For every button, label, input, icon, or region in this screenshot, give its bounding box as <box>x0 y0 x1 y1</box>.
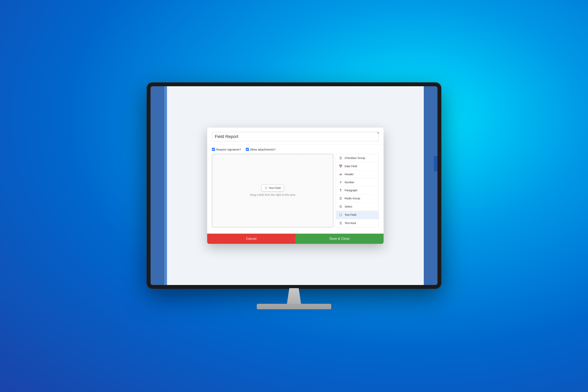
allow-attachments-input[interactable] <box>246 148 249 151</box>
field-item-checkbox-group[interactable]: ☰ Checkbox Group <box>336 154 379 162</box>
number-label: Number <box>344 181 354 184</box>
content-area: ☐ Text Field Drag a field from the right… <box>212 154 379 227</box>
field-list-panel: ☰ Checkbox Group 📅 Date Field H Header <box>336 154 379 227</box>
checkbox-group-icon: ☰ <box>339 156 342 160</box>
text-field-label: Text Field <box>344 213 356 216</box>
field-item-date-field[interactable]: 📅 Date Field <box>336 162 379 170</box>
select-label: Select <box>344 205 352 208</box>
save-close-button[interactable]: Save & Close <box>295 234 384 244</box>
monitor-stand-neck <box>282 288 306 304</box>
field-item-text-field[interactable]: ☐ Text Field <box>336 211 379 219</box>
date-field-icon: 📅 <box>339 164 342 168</box>
monitor-stand-base <box>257 304 331 309</box>
allow-attachments-label: Allow attachments? <box>250 148 276 151</box>
form-title-input[interactable] <box>212 132 379 141</box>
checkbox-group-label: Checkbox Group <box>344 156 365 160</box>
cancel-button[interactable]: Cancel <box>207 234 295 244</box>
field-item-select[interactable]: ☰ Select <box>336 203 379 211</box>
field-item-text-area[interactable]: ☰ Text Area <box>336 219 379 227</box>
paragraph-icon: ¶ <box>339 188 342 192</box>
modal-footer: Cancel Save & Close <box>207 234 384 244</box>
field-item-number[interactable]: # Number <box>336 178 379 186</box>
text-area-icon: ☰ <box>339 221 342 225</box>
require-signature-label: Require signature? <box>216 148 241 151</box>
monitor: × Require signature? <box>147 83 441 288</box>
text-field-tag-icon: ☐ <box>265 186 267 190</box>
screen-main: × Require signature? <box>167 86 424 285</box>
close-icon: × <box>377 131 379 135</box>
date-field-label: Date Field <box>344 165 357 168</box>
allow-attachments-checkbox[interactable]: Allow attachments? <box>246 148 276 151</box>
text-area-label: Text Area <box>344 222 356 224</box>
sidebar-left <box>150 86 164 285</box>
number-icon: # <box>339 180 342 184</box>
require-signature-input[interactable] <box>212 148 215 151</box>
select-icon: ☰ <box>339 205 342 208</box>
sidebar-right-accent <box>434 156 438 172</box>
drag-hint-text: Drag a field from the right to this area <box>250 193 295 196</box>
paragraph-label: Paragraph <box>344 189 357 192</box>
field-item-paragraph[interactable]: ¶ Paragraph <box>336 186 379 194</box>
field-item-header[interactable]: H Header <box>336 170 379 178</box>
sidebar-accent-left <box>164 86 167 285</box>
modal-dialog: × Require signature? <box>207 128 384 244</box>
header-label: Header <box>344 173 354 176</box>
radio-group-label: Radio Group <box>344 197 360 200</box>
floating-text-field-tag: ☐ Text Field <box>262 185 284 191</box>
monitor-wrapper: × Require signature? <box>147 83 441 309</box>
modal-body: Require signature? Allow attachments? <box>207 145 384 230</box>
sidebar-right <box>424 86 438 285</box>
modal-close-button[interactable]: × <box>376 131 380 136</box>
radio-group-icon: ☰ <box>339 196 342 200</box>
monitor-screen: × Require signature? <box>150 86 438 285</box>
header-icon: H <box>339 173 342 176</box>
text-field-tag-label: Text Field <box>269 186 281 190</box>
field-item-radio-group[interactable]: ☰ Radio Group <box>336 194 379 203</box>
text-field-icon: ☐ <box>339 213 342 217</box>
modal-header: × <box>207 128 384 145</box>
drag-drop-zone[interactable]: ☐ Text Field Drag a field from the right… <box>212 154 334 227</box>
checkboxes-row: Require signature? Allow attachments? <box>212 148 379 151</box>
require-signature-checkbox[interactable]: Require signature? <box>212 148 241 151</box>
